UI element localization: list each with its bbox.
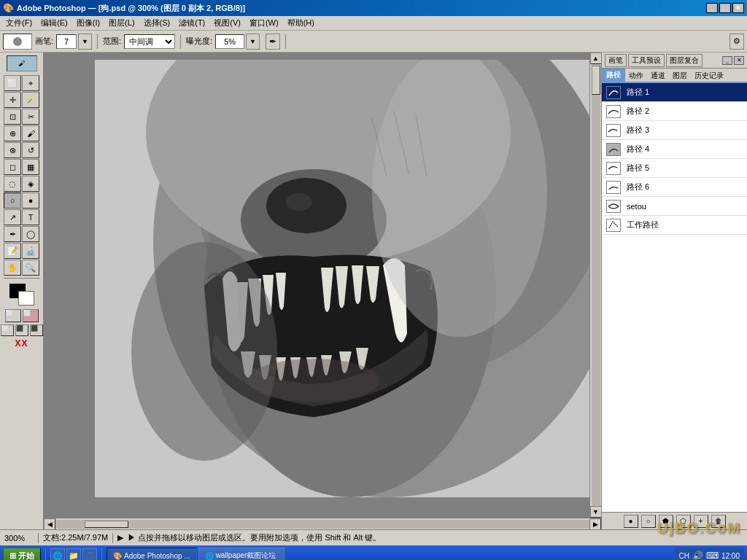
history-brush-tool[interactable]: ↺ [22, 142, 39, 158]
scroll-track-h[interactable] [55, 520, 589, 529]
menu-file[interactable]: 文件(F) [1, 16, 36, 30]
panel-close-button[interactable]: ✕ [734, 56, 744, 65]
gradient-tool[interactable]: ▦ [22, 159, 39, 175]
standard-screen-button[interactable]: ⬜ [1, 324, 14, 336]
menu-filter[interactable]: 滤镜(T) [174, 16, 209, 30]
tab-tool-preset[interactable]: 工具预设 [628, 54, 665, 67]
tab-channels[interactable]: 通道 [647, 69, 669, 82]
scroll-thumb-h[interactable] [85, 521, 128, 528]
tab-actions[interactable]: 动作 [625, 69, 647, 82]
taskbar-divider [45, 548, 46, 560]
exposure-picker-button[interactable]: ▼ [246, 34, 260, 50]
path-item-workpath[interactable]: 工作路径 [602, 216, 747, 235]
menu-select[interactable]: 选择(S) [139, 16, 175, 30]
scroll-down-button[interactable]: ▼ [590, 506, 602, 518]
stroke-path-button[interactable]: ○ [641, 515, 656, 528]
shape-tool[interactable]: ◯ [22, 226, 39, 242]
exposure-input[interactable] [215, 34, 244, 49]
path-item-4[interactable]: 路径 4 [602, 140, 747, 159]
eyedropper-tool[interactable]: 🔬 [22, 243, 39, 259]
svg-point-10 [131, 242, 277, 461]
minimize-button[interactable]: _ [706, 3, 718, 13]
scroll-up-button[interactable]: ▲ [590, 52, 602, 64]
options-bar: 画笔: ▼ 范围: 高光 中间调 阴影 曝光度: ▼ ✒ ⚙ [0, 31, 747, 52]
tray-icon-1[interactable]: 🔊 [692, 551, 703, 560]
tab-layers[interactable]: 图层 [669, 69, 691, 82]
menu-image[interactable]: 图像(I) [72, 16, 104, 30]
crop-tool[interactable]: ⊡ [4, 109, 21, 125]
heal-tool[interactable]: ⊕ [4, 125, 21, 141]
tab-layer-comp[interactable]: 图层复合 [666, 54, 703, 67]
burn-tool[interactable]: ● [22, 192, 39, 209]
title-bar: 🎨 Adobe Photoshop — [狗.psd @ 300% (图层 0 … [0, 0, 747, 16]
path-item-6[interactable]: 路径 6 [602, 178, 747, 197]
text-tool[interactable]: T [22, 209, 39, 225]
path-item-3[interactable]: 路径 3 [602, 121, 747, 140]
sharpen-tool[interactable]: ◈ [22, 176, 39, 192]
hand-tool[interactable]: ✋ [4, 260, 21, 276]
canvas-area[interactable] [44, 52, 589, 518]
scroll-left-button[interactable]: ◀ [44, 518, 55, 530]
taskbar-browser[interactable]: 🌐 wallpaper截图论坛 [198, 548, 286, 560]
tool-preset-selector[interactable]: 🖌 [7, 55, 37, 71]
menu-window[interactable]: 窗口(W) [245, 16, 283, 30]
path-item-1[interactable]: 路径 1 [602, 83, 747, 102]
pen-tool[interactable]: ✒ [4, 226, 21, 242]
options-button[interactable]: ⚙ [729, 34, 744, 50]
scroll-track-v[interactable] [592, 64, 600, 506]
start-button[interactable]: ⊞ 开始 [3, 548, 41, 560]
menu-help[interactable]: 帮助(H) [283, 16, 319, 30]
menu-edit[interactable]: 编辑(E) [36, 16, 72, 30]
close-button[interactable]: ✕ [732, 3, 744, 13]
path-item-2[interactable]: 路径 2 [602, 102, 747, 121]
status-message: ▶ 点按并拖移以移动图层或选区。要用附加选项，使用 Shift 和 Alt 键。 [128, 532, 743, 543]
full-screen-button[interactable]: ⬛ [15, 324, 28, 336]
maximize-button[interactable]: □ [719, 3, 731, 13]
airbrush-button[interactable]: ✒ [266, 34, 280, 50]
brush-tool[interactable]: 🖌 [22, 125, 39, 141]
move-tool[interactable]: ✛ [4, 92, 21, 108]
blur-tool[interactable]: ◌ [4, 176, 21, 192]
taskbar-photoshop[interactable]: 🎨 Adobe Photoshop ... [107, 548, 197, 560]
watermark: UjBO.CoM [657, 520, 741, 537]
path-item-5[interactable]: 路径 5 [602, 159, 747, 178]
lasso-tool[interactable]: ⌖ [22, 75, 39, 91]
standard-mode-button[interactable]: ⬜ [5, 309, 21, 322]
vertical-scrollbar[interactable]: ▲ ▼ [589, 52, 601, 518]
panel-minimize-button[interactable]: _ [722, 56, 732, 65]
range-select[interactable]: 高光 中间调 阴影 [124, 34, 175, 49]
clone-tool[interactable]: ⊗ [4, 142, 21, 158]
magic-wand-tool[interactable]: 🪄 [22, 92, 39, 108]
scroll-thumb-v[interactable] [592, 66, 600, 95]
full-screen-menu-button[interactable]: ⬛ [30, 324, 43, 336]
status-arrow-button[interactable]: ▶ [117, 533, 123, 542]
path-selection-tool[interactable]: ↗ [4, 209, 21, 225]
brush-picker-button[interactable]: ▼ [78, 34, 92, 50]
app-icon: 🎨 [3, 3, 14, 13]
slice-tool[interactable]: ✂ [22, 109, 39, 125]
background-color[interactable] [18, 291, 34, 306]
fill-path-button[interactable]: ● [624, 515, 638, 528]
notes-tool[interactable]: 📝 [4, 243, 21, 259]
quicklaunch-explorer[interactable]: 📁 [66, 548, 81, 560]
quicklaunch-ie[interactable]: 🌐 [50, 548, 65, 560]
tray-ch: CH [679, 552, 689, 560]
tab-paths[interactable]: 路径 [602, 69, 625, 82]
menu-layer[interactable]: 图层(L) [104, 16, 139, 30]
eraser-tool[interactable]: ◻ [4, 159, 21, 175]
menu-view[interactable]: 视图(V) [209, 16, 245, 30]
tab-brush[interactable]: 画笔 [605, 54, 627, 67]
quicklaunch-media[interactable]: 🎵 [82, 548, 97, 560]
tab-history[interactable]: 历史记录 [691, 69, 727, 82]
horizontal-scrollbar[interactable]: ◀ ▶ [44, 518, 601, 529]
tray-icon-2[interactable]: ⌨ [706, 551, 719, 560]
zoom-tool[interactable]: 🔍 [22, 260, 39, 276]
brush-size-input[interactable] [56, 34, 77, 49]
marquee-tool[interactable]: ⬜ [4, 75, 21, 91]
scroll-right-button[interactable]: ▶ [589, 518, 601, 530]
exposure-label: 曝光度: [186, 36, 212, 47]
dodge-tool[interactable]: ○ [4, 192, 21, 209]
path-item-setou[interactable]: setou [602, 197, 747, 216]
quick-mask-button[interactable]: ⬜ [23, 309, 39, 322]
path-name-5: 路径 5 [627, 163, 649, 174]
